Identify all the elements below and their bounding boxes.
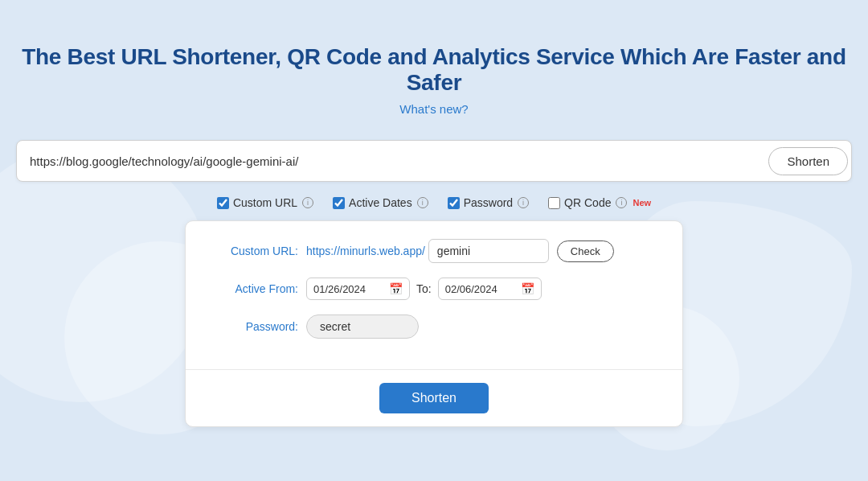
option-custom-url[interactable]: Custom URL i: [217, 196, 313, 209]
calendar-to-icon[interactable]: 📅: [521, 282, 534, 295]
qr-code-new-badge: New: [633, 198, 651, 208]
custom-url-prefix: https://minurls.web.app/: [306, 245, 425, 257]
active-dates-info-icon[interactable]: i: [417, 197, 428, 208]
qr-code-label: QR Code: [564, 196, 611, 209]
password-checkbox[interactable]: [448, 197, 460, 209]
qr-code-checkbox[interactable]: [548, 197, 560, 209]
custom-url-row: Custom URL: https://minurls.web.app/ Che…: [210, 239, 658, 263]
active-to-wrap: 📅: [438, 278, 542, 300]
option-qr-code[interactable]: QR Code i New: [548, 196, 651, 209]
shorten-button-main[interactable]: Shorten: [768, 147, 848, 175]
custom-url-value-input[interactable]: [428, 239, 549, 263]
expanded-panel: Custom URL: https://minurls.web.app/ Che…: [185, 220, 683, 427]
option-active-dates[interactable]: Active Dates i: [333, 196, 428, 209]
page-wrapper: The Best URL Shortener, QR Code and Anal…: [0, 0, 868, 427]
active-dates-checkbox[interactable]: [333, 197, 345, 209]
password-label: Password: [464, 196, 513, 209]
custom-url-checkbox[interactable]: [217, 197, 229, 209]
active-dates-row: Active From: 📅 To: 📅: [210, 278, 658, 300]
active-from-wrap: 📅: [306, 278, 410, 300]
active-from-label: Active From:: [210, 282, 298, 295]
active-from-input[interactable]: [313, 283, 386, 295]
custom-url-info-icon[interactable]: i: [302, 197, 313, 208]
password-row-label: Password:: [210, 320, 298, 333]
url-input[interactable]: [30, 154, 762, 168]
panel-body: Custom URL: https://minurls.web.app/ Che…: [186, 221, 682, 369]
panel-footer: Shorten: [186, 370, 682, 426]
active-dates-label: Active Dates: [349, 196, 412, 209]
password-row: Password:: [210, 314, 658, 339]
active-to-input[interactable]: [445, 283, 518, 295]
calendar-from-icon[interactable]: 📅: [389, 282, 403, 295]
page-subtitle: What's new?: [399, 102, 468, 116]
qr-code-info-icon[interactable]: i: [616, 197, 627, 208]
custom-url-row-label: Custom URL:: [210, 245, 298, 257]
custom-url-label: Custom URL: [233, 196, 297, 209]
url-input-row: Shorten: [16, 140, 852, 182]
option-password[interactable]: Password i: [448, 196, 529, 209]
password-info-icon[interactable]: i: [518, 197, 529, 208]
shorten-button-panel[interactable]: Shorten: [379, 383, 489, 413]
options-row: Custom URL i Active Dates i Password i Q…: [217, 196, 651, 209]
password-input[interactable]: [306, 314, 419, 339]
page-title: The Best URL Shortener, QR Code and Anal…: [0, 44, 868, 96]
to-label: To:: [416, 282, 432, 295]
check-button[interactable]: Check: [557, 240, 614, 262]
